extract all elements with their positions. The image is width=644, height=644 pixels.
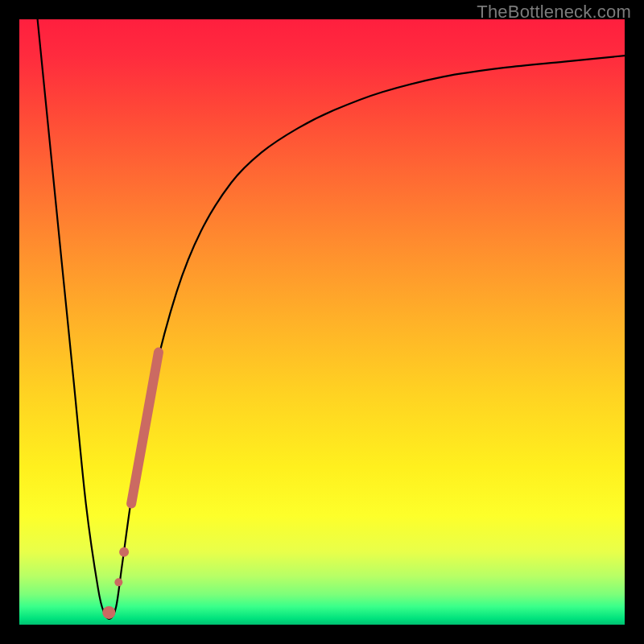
chart-frame: TheBottleneck.com — [0, 0, 644, 644]
bottleneck-curve — [38, 19, 625, 619]
highlight-dot-2 — [114, 578, 122, 586]
plot-area — [19, 19, 625, 625]
highlight-segment — [131, 353, 159, 504]
curve-layer — [19, 19, 625, 625]
highlight-dot-3 — [102, 606, 115, 619]
attribution-text: TheBottleneck.com — [477, 2, 631, 23]
highlight-dot-1 — [119, 547, 129, 557]
